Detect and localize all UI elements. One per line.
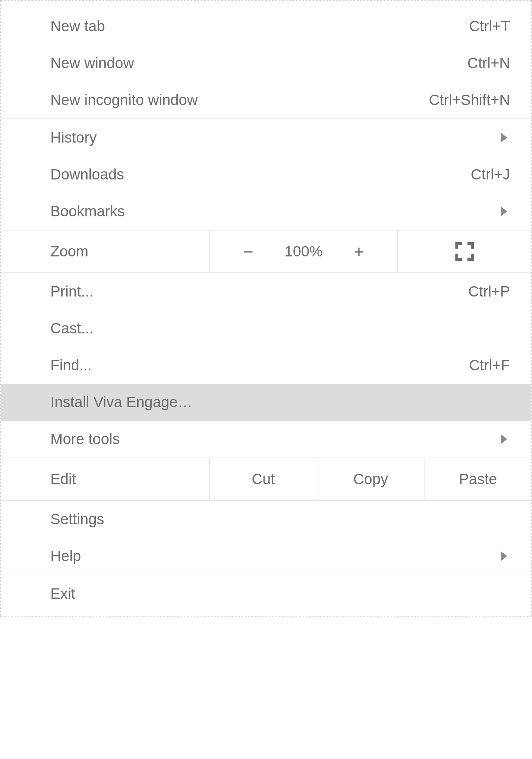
zoom-label-cell: Zoom [1, 231, 210, 272]
edit-row: Edit Cut Copy Paste [1, 458, 531, 500]
more-tools-item[interactable]: More tools [1, 421, 531, 458]
zoom-controls: − 100% + [210, 231, 398, 272]
bookmarks-item[interactable]: Bookmarks [1, 193, 531, 230]
menu-section-edit: Edit Cut Copy Paste [1, 458, 531, 501]
zoom-label: Zoom [50, 243, 88, 260]
paste-button[interactable]: Paste [425, 458, 531, 500]
new-tab-item[interactable]: New tab Ctrl+T [1, 8, 531, 45]
menu-section-tools: Print... Ctrl+P Cast... Find... Ctrl+F I… [1, 273, 531, 458]
help-item[interactable]: Help [1, 538, 531, 575]
history-item[interactable]: History [1, 119, 531, 156]
help-label: Help [50, 548, 81, 565]
new-window-shortcut: Ctrl+N [467, 55, 510, 72]
zoom-value: 100% [284, 243, 322, 260]
new-incognito-item[interactable]: New incognito window Ctrl+Shift+N [1, 82, 531, 118]
paste-label: Paste [459, 471, 497, 488]
install-app-label: Install Viva Engage… [50, 394, 193, 411]
history-label: History [50, 129, 97, 146]
svg-rect-5 [455, 254, 458, 261]
print-label: Print... [50, 283, 93, 300]
fullscreen-button[interactable] [398, 231, 531, 272]
bookmarks-label: Bookmarks [50, 203, 125, 220]
menu-section-zoom: Zoom − 100% + [1, 231, 531, 273]
svg-rect-1 [455, 242, 458, 249]
downloads-label: Downloads [50, 166, 124, 183]
downloads-shortcut: Ctrl+J [471, 166, 510, 183]
exit-item[interactable]: Exit [1, 575, 531, 616]
settings-item[interactable]: Settings [1, 501, 531, 538]
new-tab-label: New tab [50, 18, 105, 35]
menu-section-history: History Downloads Ctrl+J Bookmarks [1, 119, 531, 231]
new-tab-shortcut: Ctrl+T [469, 18, 510, 35]
print-shortcut: Ctrl+P [468, 283, 510, 300]
chevron-right-icon [501, 133, 507, 143]
more-tools-label: More tools [50, 431, 120, 448]
copy-button[interactable]: Copy [317, 458, 425, 500]
new-window-label: New window [50, 55, 134, 72]
cast-item[interactable]: Cast... [1, 310, 531, 347]
find-shortcut: Ctrl+F [469, 357, 510, 374]
browser-menu: New tab Ctrl+T New window Ctrl+N New inc… [0, 0, 532, 617]
print-item[interactable]: Print... Ctrl+P [1, 273, 531, 310]
new-incognito-label: New incognito window [50, 92, 198, 109]
zoom-in-button[interactable]: + [347, 242, 371, 261]
chevron-right-icon [501, 551, 507, 561]
find-label: Find... [50, 357, 92, 374]
new-incognito-shortcut: Ctrl+Shift+N [429, 92, 510, 109]
downloads-item[interactable]: Downloads Ctrl+J [1, 156, 531, 193]
svg-rect-3 [471, 242, 474, 249]
zoom-out-button[interactable]: − [236, 242, 260, 261]
edit-label: Edit [50, 471, 76, 488]
new-window-item[interactable]: New window Ctrl+N [1, 45, 531, 82]
edit-label-cell: Edit [1, 458, 210, 500]
exit-label: Exit [50, 585, 75, 602]
fullscreen-icon [454, 241, 475, 262]
menu-section-settings: Settings Help [1, 501, 531, 575]
settings-label: Settings [50, 511, 104, 528]
chevron-right-icon [501, 434, 507, 444]
svg-rect-7 [471, 254, 474, 261]
find-item[interactable]: Find... Ctrl+F [1, 347, 531, 384]
cut-button[interactable]: Cut [210, 458, 317, 500]
menu-section-tabs: New tab Ctrl+T New window Ctrl+N New inc… [1, 8, 531, 119]
chevron-right-icon [501, 206, 507, 216]
zoom-row: Zoom − 100% + [1, 231, 531, 272]
cast-label: Cast... [50, 320, 93, 337]
copy-label: Copy [353, 471, 388, 488]
menu-section-exit: Exit [1, 575, 531, 616]
install-app-item[interactable]: Install Viva Engage… [1, 384, 531, 421]
cut-label: Cut [252, 471, 275, 488]
